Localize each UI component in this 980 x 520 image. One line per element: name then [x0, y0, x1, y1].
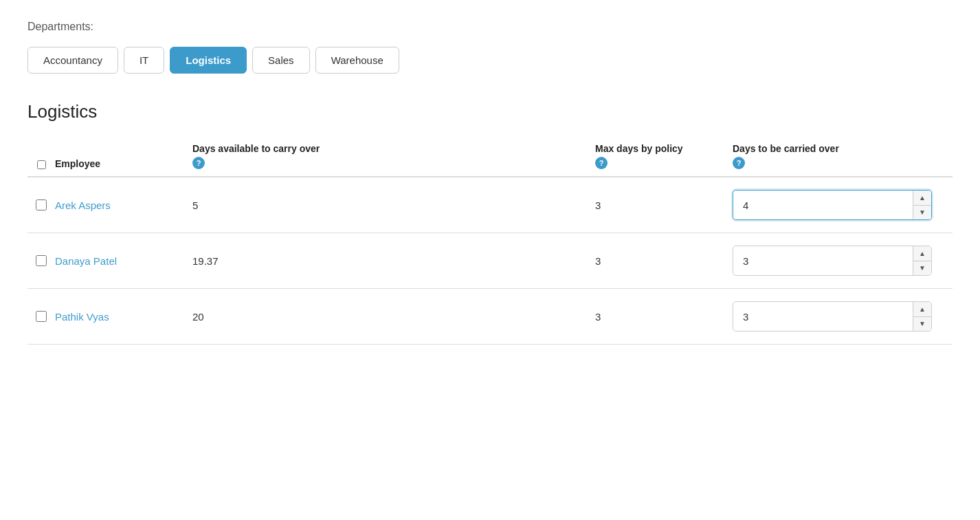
spinbox-controls-0: ▲ ▼	[913, 191, 931, 219]
employee-name-2[interactable]: Pathik Vyas	[55, 311, 192, 323]
days-available-0: 5	[192, 199, 595, 211]
days-carried-spinbox-1[interactable]: ▲ ▼	[733, 246, 932, 276]
row-checkbox-cell-2[interactable]	[27, 311, 55, 322]
table-rows: Arek Aspers 5 3 ▲ ▼ Danaya Patel 19.37 3…	[27, 177, 953, 345]
employee-name-1[interactable]: Danaya Patel	[55, 255, 192, 267]
days-available-help-icon[interactable]: ?	[192, 157, 205, 169]
departments-label: Departments:	[27, 21, 953, 33]
max-days-help-icon[interactable]: ?	[595, 157, 608, 169]
spinbox-down-2[interactable]: ▼	[913, 316, 931, 332]
col-header-max-days: Max days by policy ?	[595, 143, 733, 169]
table-row: Pathik Vyas 20 3 ▲ ▼	[27, 289, 953, 345]
col-header-days-available: Days available to carry over ?	[192, 143, 595, 169]
table-header: Employee Days available to carry over ? …	[27, 143, 953, 177]
spinbox-up-1[interactable]: ▲	[913, 246, 931, 261]
days-carried-spinbox-2[interactable]: ▲ ▼	[733, 301, 932, 332]
spinbox-controls-2: ▲ ▼	[913, 302, 931, 331]
employees-table: Employee Days available to carry over ? …	[27, 143, 953, 345]
row-checkbox-cell-0[interactable]	[27, 199, 55, 210]
spinbox-down-0[interactable]: ▼	[913, 205, 931, 220]
dept-tab-accountancy[interactable]: Accountancy	[27, 47, 118, 74]
row-checkbox-cell-1[interactable]	[27, 255, 55, 266]
days-available-2: 20	[192, 311, 595, 323]
days-carried-input-2[interactable]	[733, 302, 913, 331]
row-checkbox-2[interactable]	[36, 311, 47, 322]
spinbox-controls-1: ▲ ▼	[913, 246, 931, 275]
employee-name-0[interactable]: Arek Aspers	[55, 199, 192, 211]
max-days-1: 3	[595, 255, 733, 267]
dept-tab-sales[interactable]: Sales	[252, 47, 310, 74]
spinbox-up-2[interactable]: ▲	[913, 302, 931, 316]
spinbox-down-1[interactable]: ▼	[913, 261, 931, 276]
row-checkbox-1[interactable]	[36, 255, 47, 266]
days-carried-help-icon[interactable]: ?	[733, 157, 745, 169]
col-header-employee: Employee	[55, 158, 192, 169]
max-days-2: 3	[595, 311, 733, 323]
days-carried-input-1[interactable]	[733, 246, 913, 275]
section-title: Logistics	[27, 101, 953, 122]
select-all-cell[interactable]	[27, 160, 55, 169]
dept-tab-warehouse[interactable]: Warehouse	[315, 47, 399, 74]
table-row: Danaya Patel 19.37 3 ▲ ▼	[27, 233, 953, 289]
dept-tab-logistics[interactable]: Logistics	[170, 47, 247, 74]
department-tabs: AccountancyITLogisticsSalesWarehouse	[27, 47, 953, 74]
select-all-checkbox[interactable]	[37, 160, 46, 169]
days-available-1: 19.37	[192, 255, 595, 267]
days-carried-spinbox-0[interactable]: ▲ ▼	[733, 190, 932, 220]
table-row: Arek Aspers 5 3 ▲ ▼	[27, 177, 953, 233]
days-carried-input-0[interactable]	[733, 191, 913, 219]
dept-tab-it[interactable]: IT	[124, 47, 164, 74]
col-header-days-carried: Days to be carried over ?	[733, 143, 953, 169]
row-checkbox-0[interactable]	[36, 199, 47, 210]
max-days-0: 3	[595, 199, 733, 211]
spinbox-up-0[interactable]: ▲	[913, 191, 931, 205]
